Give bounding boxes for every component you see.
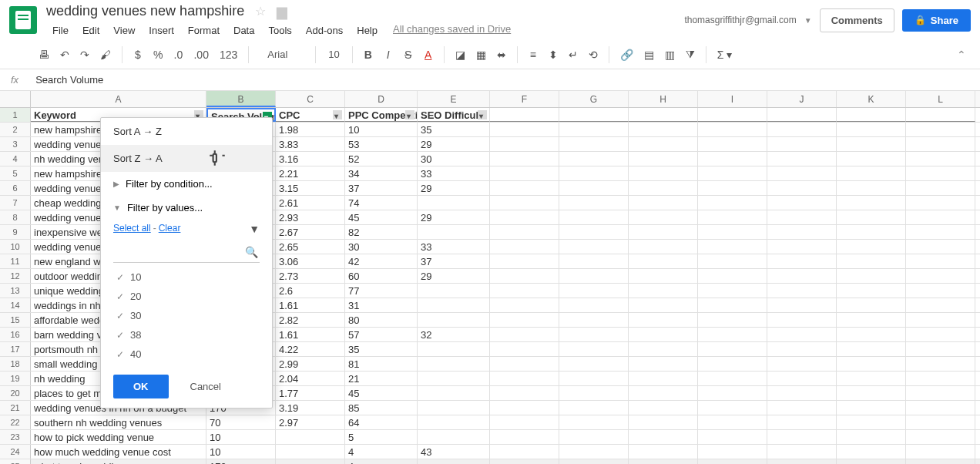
row-head[interactable]: 3: [0, 137, 31, 151]
cell[interactable]: [837, 123, 906, 136]
cell[interactable]: [559, 445, 629, 459]
comment-icon[interactable]: ▤: [639, 45, 659, 64]
cell[interactable]: [767, 372, 837, 385]
cell[interactable]: 77: [345, 284, 418, 298]
cell[interactable]: 45: [345, 386, 418, 400]
cell[interactable]: [837, 181, 906, 195]
cell[interactable]: [629, 254, 698, 268]
cell[interactable]: [698, 298, 767, 312]
row-head[interactable]: 20: [0, 386, 31, 400]
cell[interactable]: [490, 137, 559, 151]
cell[interactable]: [767, 152, 837, 166]
collapse-toolbar-icon[interactable]: ⌃: [952, 45, 971, 64]
rotate-icon[interactable]: ⟲: [584, 45, 602, 64]
cell[interactable]: 52: [345, 152, 418, 166]
percent-icon[interactable]: %: [149, 45, 167, 64]
link-icon[interactable]: 🔗: [616, 45, 638, 64]
comments-button[interactable]: Comments: [820, 8, 894, 32]
cell[interactable]: [906, 328, 975, 341]
cell[interactable]: [629, 166, 698, 180]
cell[interactable]: [767, 298, 837, 312]
search-icon[interactable]: 🔍: [245, 246, 258, 258]
cell[interactable]: [490, 210, 559, 224]
cell[interactable]: [767, 401, 837, 415]
menu-data[interactable]: Data: [227, 23, 260, 38]
cell[interactable]: [559, 123, 629, 136]
font-size[interactable]: 10: [322, 45, 345, 63]
cell[interactable]: [490, 254, 559, 268]
formula-value[interactable]: Search Volume: [35, 74, 103, 86]
cell[interactable]: [490, 123, 559, 136]
cell[interactable]: [698, 137, 767, 151]
cell[interactable]: [629, 240, 698, 254]
filter-icon[interactable]: ⧩: [681, 45, 700, 64]
row-head[interactable]: 13: [0, 284, 31, 298]
paint-format-icon[interactable]: 🖌: [96, 45, 116, 64]
cell[interactable]: 35: [345, 342, 418, 356]
cell[interactable]: [837, 137, 906, 151]
cell[interactable]: [559, 137, 629, 151]
cell[interactable]: [629, 328, 698, 341]
cell[interactable]: [629, 152, 698, 166]
cell[interactable]: [837, 342, 906, 356]
cell[interactable]: [698, 240, 767, 254]
row-head[interactable]: 10: [0, 240, 31, 254]
cell[interactable]: [837, 152, 906, 166]
cell[interactable]: [629, 225, 698, 239]
cell[interactable]: [906, 415, 975, 429]
cell[interactable]: [837, 445, 906, 459]
cell[interactable]: 33: [418, 240, 490, 254]
cell[interactable]: [767, 430, 837, 444]
chart-icon[interactable]: ▥: [660, 45, 680, 64]
row-head[interactable]: 21: [0, 401, 31, 415]
cell[interactable]: [559, 372, 629, 385]
cell[interactable]: [767, 196, 837, 210]
header-ppc[interactable]: PPC Competiti: [345, 108, 418, 122]
cell[interactable]: 2.73: [276, 269, 345, 283]
saved-message[interactable]: All changes saved in Drive: [393, 23, 511, 38]
cell[interactable]: [559, 284, 629, 298]
cell[interactable]: [490, 459, 559, 464]
cell[interactable]: 3.16: [276, 152, 345, 166]
cell[interactable]: [490, 401, 559, 415]
cell[interactable]: [767, 240, 837, 254]
sort-za[interactable]: Sort Z → A: [101, 145, 272, 172]
cell[interactable]: [490, 386, 559, 400]
cell[interactable]: [559, 386, 629, 400]
row-1-head[interactable]: 1: [0, 108, 31, 122]
share-button[interactable]: 🔒 Share: [902, 9, 971, 32]
cell[interactable]: [698, 430, 767, 444]
cell[interactable]: [767, 137, 837, 151]
cell[interactable]: [767, 342, 837, 356]
sheets-logo[interactable]: [9, 6, 37, 34]
cell[interactable]: [767, 386, 837, 400]
cell[interactable]: 64: [345, 415, 418, 429]
cell[interactable]: [490, 342, 559, 356]
cell[interactable]: 4: [345, 445, 418, 459]
cell[interactable]: [559, 166, 629, 180]
cell[interactable]: [837, 254, 906, 268]
value-item[interactable]: ✓40: [113, 345, 266, 364]
cell[interactable]: 70: [206, 415, 276, 429]
cell[interactable]: [906, 445, 975, 459]
cell[interactable]: [559, 459, 629, 464]
cell[interactable]: [837, 269, 906, 283]
row-head[interactable]: 2: [0, 123, 31, 136]
cell[interactable]: [559, 342, 629, 356]
cell[interactable]: 3.06: [276, 254, 345, 268]
cell[interactable]: [629, 342, 698, 356]
filter-search-input[interactable]: [113, 244, 260, 263]
cell[interactable]: [906, 196, 975, 210]
filter-icon-D[interactable]: [405, 110, 414, 119]
row-head[interactable]: 6: [0, 181, 31, 195]
cell[interactable]: [559, 415, 629, 429]
cell[interactable]: [698, 328, 767, 341]
cell[interactable]: [698, 225, 767, 239]
cell[interactable]: [837, 401, 906, 415]
text-color-icon[interactable]: A: [419, 45, 438, 64]
cell[interactable]: [906, 459, 975, 464]
menu-insert[interactable]: Insert: [143, 23, 180, 38]
cell[interactable]: southern nh wedding venues: [31, 415, 206, 429]
cell[interactable]: [418, 225, 490, 239]
cell[interactable]: [629, 357, 698, 371]
